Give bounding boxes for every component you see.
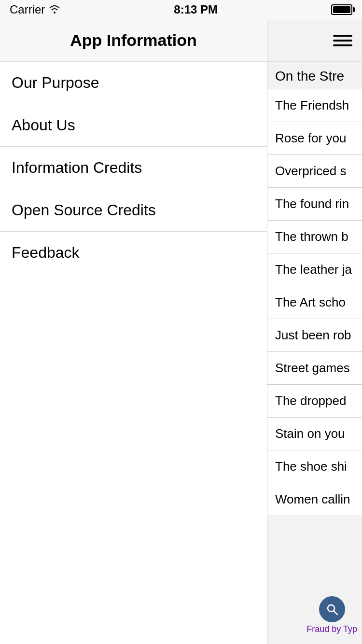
svg-line-1 bbox=[334, 611, 337, 615]
menu-item-label-open-source-credits: Open Source Credits bbox=[12, 201, 156, 219]
menu-item-information-credits[interactable]: Information Credits bbox=[0, 147, 267, 189]
right-list-item-text-item-2: Rose for you bbox=[275, 131, 346, 145]
right-list-item-item-12[interactable]: The shoe shi bbox=[267, 450, 362, 483]
hamburger-line-3 bbox=[333, 44, 352, 46]
right-list-item-item-5[interactable]: The thrown b bbox=[267, 221, 362, 253]
carrier-label: Carrier bbox=[10, 3, 45, 16]
menu-item-open-source-credits[interactable]: Open Source Credits bbox=[0, 189, 267, 232]
battery-fill bbox=[333, 6, 350, 13]
right-list-item-text-item-9: Street games bbox=[275, 361, 350, 375]
right-panel: On the Stre The FriendshRose for youOver… bbox=[267, 19, 362, 644]
right-list-item-item-8[interactable]: Just been rob bbox=[267, 319, 362, 352]
menu-item-label-about-us: About Us bbox=[12, 116, 75, 134]
right-list-item-text-item-4: The found rin bbox=[275, 196, 349, 211]
left-menu: Our PurposeAbout UsInformation CreditsOp… bbox=[0, 62, 267, 644]
menu-item-about-us[interactable]: About Us bbox=[0, 104, 267, 147]
right-list-item-text-item-10: The dropped bbox=[275, 393, 346, 408]
right-list-item-item-10[interactable]: The dropped bbox=[267, 385, 362, 418]
battery-icon bbox=[331, 4, 352, 15]
right-list-item-text-item-12: The shoe shi bbox=[275, 459, 347, 474]
right-list-item-text-item-1: The Friendsh bbox=[275, 98, 349, 112]
hamburger-line-2 bbox=[333, 40, 352, 42]
wifi-icon bbox=[49, 3, 60, 16]
status-bar: Carrier 8:13 PM bbox=[0, 0, 362, 19]
status-left: Carrier bbox=[10, 3, 60, 16]
app-information-title: App Information bbox=[70, 31, 197, 50]
right-section-header: On the Stre bbox=[267, 62, 362, 89]
right-list-item-item-2[interactable]: Rose for you bbox=[267, 122, 362, 155]
hamburger-menu-button[interactable] bbox=[333, 35, 352, 46]
right-list-item-item-9[interactable]: Street games bbox=[267, 352, 362, 385]
right-list-item-text-item-11: Stain on you bbox=[275, 426, 345, 441]
right-list-item-item-13[interactable]: Women callin bbox=[267, 483, 362, 516]
right-list-item-text-item-7: The Art scho bbox=[275, 295, 346, 309]
right-list-item-text-item-3: Overpriced s bbox=[275, 164, 346, 178]
fraud-badge-label: Fraud by Typ bbox=[306, 624, 357, 634]
fraud-badge[interactable]: Fraud by Typ bbox=[306, 596, 357, 634]
menu-item-our-purpose[interactable]: Our Purpose bbox=[0, 62, 267, 104]
right-list-item-item-1[interactable]: The Friendsh bbox=[267, 89, 362, 122]
right-list-item-item-3[interactable]: Overpriced s bbox=[267, 155, 362, 188]
left-panel: App Information Our PurposeAbout UsInfor… bbox=[0, 19, 267, 644]
right-list-item-text-item-8: Just been rob bbox=[275, 328, 351, 342]
hamburger-line-1 bbox=[333, 35, 352, 37]
fraud-badge-icon bbox=[319, 596, 345, 622]
menu-item-label-information-credits: Information Credits bbox=[12, 159, 142, 177]
right-section-title: On the Stre bbox=[275, 69, 344, 84]
right-list-item-text-item-13: Women callin bbox=[275, 492, 350, 506]
right-list-item-item-6[interactable]: The leather ja bbox=[267, 253, 362, 286]
left-header: App Information bbox=[0, 19, 267, 62]
right-list-item-text-item-5: The thrown b bbox=[275, 229, 348, 244]
right-list-item-item-11[interactable]: Stain on you bbox=[267, 418, 362, 450]
main-layout: App Information Our PurposeAbout UsInfor… bbox=[0, 19, 362, 644]
right-header bbox=[267, 19, 362, 62]
menu-item-label-our-purpose: Our Purpose bbox=[12, 74, 99, 92]
menu-item-feedback[interactable]: Feedback bbox=[0, 232, 267, 274]
status-time: 8:13 PM bbox=[174, 3, 218, 16]
right-list-item-text-item-6: The leather ja bbox=[275, 262, 352, 277]
right-list: The FriendshRose for youOverpriced sThe … bbox=[267, 89, 362, 644]
right-list-item-item-4[interactable]: The found rin bbox=[267, 188, 362, 221]
status-right bbox=[331, 4, 352, 15]
menu-item-label-feedback: Feedback bbox=[12, 244, 80, 262]
right-list-item-item-7[interactable]: The Art scho bbox=[267, 286, 362, 319]
